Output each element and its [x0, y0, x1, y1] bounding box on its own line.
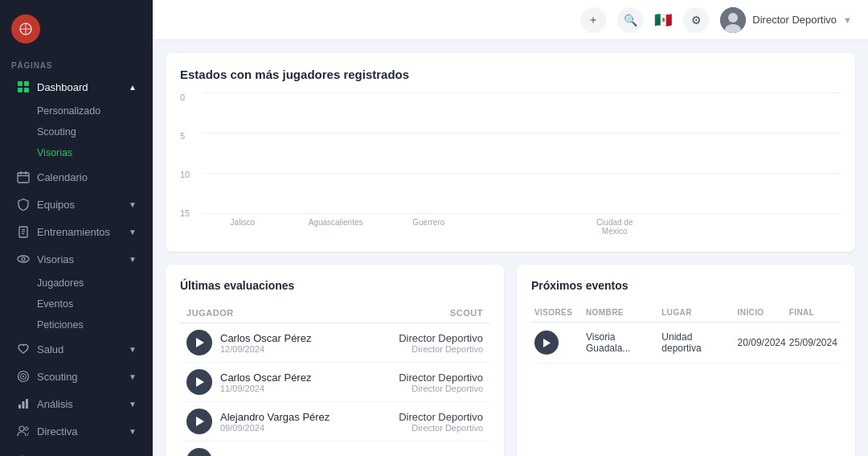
svg-point-17	[22, 257, 25, 261]
sidebar-item-dashboard[interactable]: Dashboard ▲	[5, 74, 148, 100]
salud-label: Salud	[37, 343, 63, 355]
add-button[interactable]: ＋	[580, 7, 606, 33]
eval-scout-2: Director Deportivo Director Deportivo	[399, 411, 483, 433]
language-flag[interactable]: 🇲🇽	[654, 11, 672, 29]
clipboard-icon	[16, 224, 31, 239]
settings-button[interactable]: ⚙	[683, 7, 709, 33]
sidebar-sub-jugadores[interactable]: Jugadores	[5, 273, 148, 293]
svg-point-20	[23, 376, 24, 377]
sidebar-sub-personalizado[interactable]: Personalizado	[5, 101, 148, 121]
x-gap-empty	[489, 218, 554, 236]
entrenamientos-label: Entrenamientos	[37, 226, 110, 238]
shield-icon	[16, 197, 31, 212]
eval-date-0: 12/09/2024	[220, 344, 399, 354]
sidebar-sub-scouting-dash[interactable]: Scouting	[5, 122, 148, 142]
chart-area: 15 10 5 0	[180, 92, 841, 237]
col-header-scout: SCOUT	[372, 308, 483, 318]
event-nombre-0: Visoria Guadala...	[586, 331, 658, 354]
sidebar-item-salud[interactable]: Salud ▼	[5, 336, 148, 362]
eval-info-1: Carlos Oscar Pérez 11/09/2024	[220, 372, 399, 393]
sidebar-item-scouting[interactable]: Scouting ▼	[5, 364, 148, 389]
svg-rect-5	[24, 81, 29, 86]
main-content: ＋ 🔍 🇲🇽 ⚙ Director Deportivo ▼ Estados co…	[153, 0, 868, 456]
users-icon	[16, 424, 31, 438]
y-label-0: 0	[180, 92, 198, 102]
analisis-chevron: ▼	[129, 400, 137, 409]
svg-point-16	[18, 256, 29, 262]
analisis-label: Análisis	[37, 398, 73, 410]
visorias-chevron: ▼	[129, 255, 137, 264]
event-lugar-0: Unidad deportiva	[661, 331, 734, 354]
y-label-15: 15	[180, 208, 198, 218]
eval-scout-0: Director Deportivo Director Deportivo	[399, 332, 483, 354]
y-label-10: 10	[180, 170, 198, 179]
col-header-lugar: LUGAR	[661, 308, 734, 317]
x-label-jalisco: Jalisco	[211, 218, 275, 236]
events-title: Próximos eventos	[531, 279, 841, 292]
eval-scout-name-0: Director Deportivo	[399, 332, 483, 344]
events-card: Próximos eventos VISORES NOMBRE LUGAR IN…	[517, 265, 855, 456]
eval-row-0: Carlos Oscar Pérez 12/09/2024 Director D…	[180, 323, 489, 363]
eval-row-3: Roberto Carlos	[180, 442, 489, 456]
eval-name-2: Alejandro Vargas Pérez	[220, 411, 399, 423]
sidebar-item-entrenamientos[interactable]: Entrenamientos ▼	[5, 219, 148, 244]
plus-icon: ＋	[588, 13, 599, 27]
y-label-5: 5	[180, 131, 198, 141]
chart-title: Estados con más jugadores registrados	[180, 68, 841, 81]
eval-scout-1: Director Deportivo Director Deportivo	[399, 372, 483, 393]
x-label-cdmx: Ciudad de México	[583, 218, 647, 236]
x-empty3	[768, 218, 833, 236]
eval-name-0: Carlos Oscar Pérez	[220, 332, 399, 344]
eval-row-1: Carlos Oscar Pérez 11/09/2024 Director D…	[180, 363, 489, 402]
eval-row-2: Alejandro Vargas Pérez 09/09/2024 Direct…	[180, 402, 489, 442]
sidebar-item-equipos[interactable]: Equipos ▼	[5, 191, 148, 217]
salud-chevron: ▼	[129, 345, 137, 354]
x-gap5	[652, 218, 671, 236]
sidebar-sub-eventos[interactable]: Eventos	[5, 294, 148, 314]
sidebar-logo	[0, 8, 153, 56]
calendar-icon	[16, 170, 31, 184]
x-label-guerrero: Guerrero	[396, 218, 461, 236]
eval-play-button-0[interactable]	[186, 330, 212, 355]
eye-icon	[16, 252, 31, 266]
eval-scout-role-0: Director Deportivo	[399, 344, 483, 354]
entrenamientos-chevron: ▼	[129, 228, 137, 236]
event-play-button-0[interactable]	[534, 331, 559, 355]
user-chevron-icon: ▼	[843, 15, 852, 25]
svg-marker-30	[196, 377, 204, 387]
event-final-0: 25/09/2024	[789, 337, 837, 348]
settings-icon: ⚙	[691, 14, 702, 27]
sidebar-sub-peticiones[interactable]: Peticiones	[5, 315, 148, 335]
events-table-header: VISORES NOMBRE LUGAR INICIO FINAL	[531, 303, 841, 322]
eval-date-1: 11/09/2024	[220, 384, 399, 393]
svg-point-27	[728, 13, 738, 23]
svg-rect-8	[18, 173, 29, 183]
heart-icon	[16, 342, 31, 356]
svg-rect-23	[26, 399, 28, 409]
scouting-label: Scouting	[37, 371, 78, 383]
sidebar-item-calendario[interactable]: Calendario	[5, 164, 148, 190]
sidebar-item-analisis[interactable]: Análisis ▼	[5, 391, 148, 417]
sidebar-sub-visorias-dash[interactable]: Visorias	[5, 143, 148, 162]
col-header-inicio: INICIO	[738, 308, 786, 317]
sidebar-item-visorias[interactable]: Visorias ▼	[5, 246, 148, 272]
svg-rect-7	[24, 88, 29, 92]
x-gap1	[280, 218, 299, 236]
svg-rect-4	[18, 81, 23, 86]
eval-play-button-2[interactable]	[186, 409, 212, 434]
eval-play-button-3[interactable]	[186, 448, 212, 456]
equipos-label: Equipos	[37, 199, 75, 211]
username-label: Director Deportivo	[752, 14, 837, 26]
eval-play-button-1[interactable]	[186, 369, 212, 395]
svg-marker-33	[543, 339, 551, 347]
app-logo	[11, 14, 40, 43]
chart-icon	[16, 396, 31, 411]
directiva-chevron: ▼	[129, 427, 137, 436]
svg-point-24	[19, 426, 24, 431]
sidebar-item-directiva[interactable]: Directiva ▼	[5, 418, 148, 444]
search-button[interactable]: 🔍	[617, 7, 643, 33]
x-gap4	[559, 218, 578, 236]
scouting-chevron: ▼	[129, 372, 137, 381]
eval-scout-name-1: Director Deportivo	[399, 372, 483, 384]
user-menu[interactable]: Director Deportivo ▼	[720, 7, 852, 33]
